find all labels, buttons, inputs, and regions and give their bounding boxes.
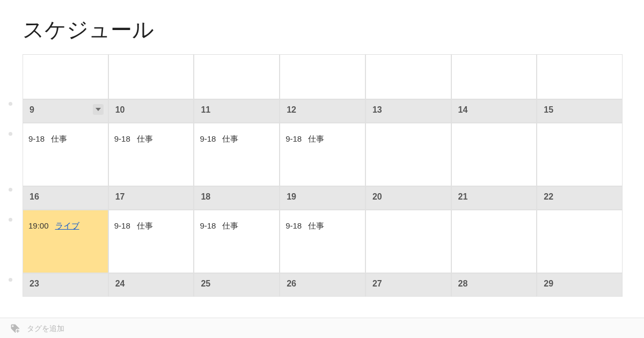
event-time: 9-18 <box>114 134 130 143</box>
day-number: 26 <box>287 279 296 288</box>
event-time: 9-18 <box>200 221 216 230</box>
calendar-header-cell <box>537 54 623 99</box>
calendar-event[interactable]: 9-18仕事 <box>286 134 360 144</box>
day-number: 19 <box>287 192 296 201</box>
calendar-event[interactable]: 9-18仕事 <box>114 134 188 144</box>
calendar-day-cell[interactable] <box>365 210 451 273</box>
calendar-day-cell[interactable]: 9-18仕事 <box>194 123 280 186</box>
calendar-daynum-cell[interactable]: 22 <box>537 186 623 210</box>
calendar-daynum-row: 23 24 25 26 27 28 29 <box>23 273 623 297</box>
outline-gutter <box>8 63 14 299</box>
day-number: 9 <box>30 105 34 114</box>
calendar-header-cell <box>108 54 194 99</box>
calendar-day-cell[interactable] <box>451 123 537 186</box>
day-number: 20 <box>372 192 382 201</box>
calendar-day-cell[interactable]: 9-18仕事 <box>23 123 108 186</box>
event-label: 仕事 <box>137 221 153 230</box>
event-time: 9-18 <box>286 134 302 143</box>
calendar-day-cell[interactable]: 19:00ライブ <box>23 210 108 273</box>
day-number: 17 <box>115 192 125 201</box>
day-number: 10 <box>115 105 125 114</box>
outline-dot <box>9 218 12 222</box>
event-time: 9-18 <box>114 221 130 230</box>
event-label-link[interactable]: ライブ <box>55 221 79 230</box>
calendar-event[interactable]: 9-18仕事 <box>28 134 103 144</box>
calendar-daynum-cell[interactable]: 10 <box>108 99 194 123</box>
event-time: 9-18 <box>28 134 45 143</box>
calendar-day-cell[interactable] <box>537 123 623 186</box>
calendar-daynum-cell[interactable]: 11 <box>194 99 280 123</box>
calendar-header-cell <box>280 54 365 99</box>
calendar-event[interactable]: 9-18仕事 <box>114 221 188 231</box>
calendar-daynum-cell[interactable]: 20 <box>365 186 451 210</box>
calendar-daynum-cell[interactable]: 21 <box>451 186 537 210</box>
event-label: 仕事 <box>308 134 324 143</box>
day-number: 29 <box>544 279 553 288</box>
calendar-day-cell[interactable]: 9-18仕事 <box>108 123 194 186</box>
day-number: 21 <box>458 192 468 201</box>
event-time: 9-18 <box>200 134 216 143</box>
day-number: 27 <box>372 279 382 288</box>
tag-icon <box>10 323 20 334</box>
calendar-day-cell[interactable]: 9-18仕事 <box>280 210 365 273</box>
calendar-grid: 9 10 11 12 13 14 15 9-18仕事 9-18仕事 9-18仕事… <box>23 54 623 297</box>
calendar-daynum-cell[interactable]: 13 <box>365 99 451 123</box>
day-number: 14 <box>458 105 468 114</box>
calendar-day-cell[interactable]: 9-18仕事 <box>194 210 280 273</box>
tag-bar <box>0 318 644 338</box>
calendar-daynum-cell[interactable]: 16 <box>23 186 108 210</box>
event-time: 19:00 <box>28 221 49 230</box>
day-number: 22 <box>544 192 553 201</box>
calendar-day-cell[interactable]: 9-18仕事 <box>108 210 194 273</box>
day-number: 28 <box>458 279 468 288</box>
calendar-blank-header <box>23 54 623 99</box>
day-number: 24 <box>115 279 125 288</box>
calendar-daynum-cell[interactable]: 23 <box>23 273 108 297</box>
day-number: 16 <box>30 192 39 201</box>
calendar-event[interactable]: 9-18仕事 <box>200 134 274 144</box>
calendar-daynum-cell[interactable]: 12 <box>280 99 365 123</box>
calendar-daynum-cell[interactable]: 28 <box>451 273 537 297</box>
calendar-header-cell <box>194 54 280 99</box>
event-label: 仕事 <box>222 134 238 143</box>
day-number: 18 <box>201 192 210 201</box>
calendar-day-cell[interactable] <box>451 210 537 273</box>
calendar-daynum-cell[interactable]: 26 <box>280 273 365 297</box>
day-number: 12 <box>287 105 296 114</box>
chevron-down-icon <box>96 108 101 111</box>
tag-input[interactable] <box>27 324 188 333</box>
calendar-daynum-row: 9 10 11 12 13 14 15 <box>23 99 623 123</box>
event-time: 9-18 <box>286 221 302 230</box>
outline-dot <box>9 188 12 192</box>
calendar-daynum-cell[interactable]: 25 <box>194 273 280 297</box>
calendar-event[interactable]: 19:00ライブ <box>28 221 103 231</box>
cell-menu-button[interactable] <box>93 104 104 115</box>
calendar-day-cell[interactable] <box>365 123 451 186</box>
day-number: 15 <box>544 105 553 114</box>
calendar-daynum-cell[interactable]: 9 <box>23 99 108 123</box>
outline-dot <box>9 102 12 106</box>
calendar-daynum-cell[interactable]: 19 <box>280 186 365 210</box>
day-number: 25 <box>201 279 210 288</box>
event-label: 仕事 <box>137 134 153 143</box>
calendar-daynum-cell[interactable]: 27 <box>365 273 451 297</box>
event-label: 仕事 <box>308 221 324 230</box>
calendar-event[interactable]: 9-18仕事 <box>286 221 360 231</box>
event-label: 仕事 <box>222 221 238 230</box>
calendar-daynum-row: 16 17 18 19 20 21 22 <box>23 186 623 210</box>
outline-dot <box>9 132 12 136</box>
calendar-header-cell <box>451 54 537 99</box>
day-number: 11 <box>201 105 210 114</box>
outline-dot <box>9 278 12 282</box>
calendar-daynum-cell[interactable]: 29 <box>537 273 623 297</box>
calendar-daynum-cell[interactable]: 14 <box>451 99 537 123</box>
calendar-body-row: 19:00ライブ 9-18仕事 9-18仕事 9-18仕事 <box>23 210 623 273</box>
calendar-day-cell[interactable]: 9-18仕事 <box>280 123 365 186</box>
calendar-daynum-cell[interactable]: 15 <box>537 99 623 123</box>
calendar-daynum-cell[interactable]: 17 <box>108 186 194 210</box>
calendar-event[interactable]: 9-18仕事 <box>200 221 274 231</box>
calendar-header-cell <box>23 54 108 99</box>
calendar-day-cell[interactable] <box>537 210 623 273</box>
calendar-daynum-cell[interactable]: 18 <box>194 186 280 210</box>
calendar-daynum-cell[interactable]: 24 <box>108 273 194 297</box>
